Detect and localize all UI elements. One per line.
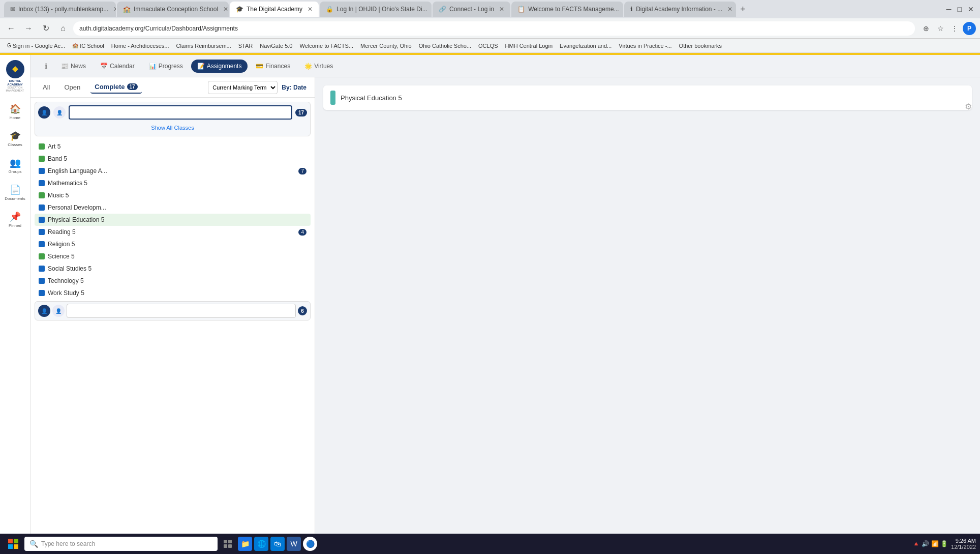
sidebar-item-groups[interactable]: 👥 Groups (2, 154, 28, 177)
class-item-math5[interactable]: Mathematics 5 (35, 177, 311, 189)
sidebar-item-pinned[interactable]: 📌 Pinned (2, 208, 28, 231)
tab-close[interactable]: ✕ (727, 6, 732, 13)
profile-avatar[interactable]: P (963, 22, 976, 35)
back-button[interactable]: ← (4, 21, 18, 36)
tab-finances[interactable]: 💳 Finances (250, 60, 296, 73)
tab-label: Immaculate Conception School (134, 6, 218, 13)
filter-open[interactable]: Open (60, 81, 84, 93)
app-logo[interactable]: DIGITAL ACADEMY EDUCATION MANAGEMENT (3, 60, 28, 92)
taskbar-chrome-icon[interactable]: 🔵 (303, 537, 317, 551)
class-item-reading5[interactable]: Reading 5 4 (35, 226, 311, 238)
right-settings-icon[interactable]: ⚙ (965, 102, 972, 111)
class-item-ela5[interactable]: English Language A... 7 (35, 165, 311, 177)
bookmark-oclqs[interactable]: OCLQS (475, 42, 501, 50)
bookmark-other[interactable]: Other bookmarks (676, 42, 725, 50)
bottom-class-input[interactable] (67, 304, 296, 318)
class-color-indicator (39, 266, 45, 272)
task-view-icon[interactable] (220, 536, 236, 552)
by-date-button[interactable]: By: Date (282, 84, 307, 91)
tab-news[interactable]: 📰 News (55, 60, 92, 73)
tab-close[interactable]: ✕ (223, 6, 228, 13)
taskbar-edge-icon[interactable]: 🌐 (254, 537, 268, 551)
bookmark-ic-school[interactable]: 🏫 IC School (69, 42, 107, 50)
bookmark-google[interactable]: G Sign in - Google Ac... (4, 42, 68, 50)
close-button[interactable]: ✕ (966, 5, 976, 13)
tab-close[interactable]: ✕ (308, 6, 313, 13)
taskbar-clock[interactable]: 9:26 AM 12/1/2022 (951, 538, 976, 550)
bookmark-facts[interactable]: Welcome to FACTS... (296, 42, 356, 50)
tab-facts[interactable]: 📋 Welcome to FACTS Manageme... ✕ (511, 2, 623, 17)
start-button[interactable] (4, 536, 22, 551)
bookmark-mercer[interactable]: Mercer County, Ohio (357, 42, 415, 50)
home-button[interactable]: ⌂ (56, 21, 70, 36)
class-color-indicator (39, 290, 45, 296)
class-item-tech5[interactable]: Technology 5 (35, 275, 311, 287)
bookmark-ohio-catholic[interactable]: Ohio Catholic Scho... (416, 42, 474, 50)
class-item-religion5[interactable]: Religion 5 (35, 238, 311, 250)
tab-label: Connect - Log in (449, 6, 494, 13)
class-item-workstudy5[interactable]: Work Study 5 (35, 287, 311, 299)
documents-icon: 📄 (10, 184, 21, 195)
assignment-item[interactable]: Physical Education 5 (323, 85, 972, 110)
class-color-indicator (39, 156, 45, 162)
tab-digital-academy[interactable]: 🎓 The Digital Academy ✕ (230, 2, 319, 17)
taskbar-explorer-icon[interactable]: 📁 (238, 537, 252, 551)
extensions-icon[interactable]: ⊕ (920, 22, 932, 35)
top-class-selector: 👤 👤 17 Show All Classes (35, 102, 311, 136)
tab-favicon: 🎓 (236, 6, 243, 13)
class-item-band5[interactable]: Band 5 (35, 153, 311, 165)
forward-button[interactable]: → (21, 21, 36, 36)
maximize-button[interactable]: □ (956, 5, 964, 13)
sidebar-item-home[interactable]: 🏠 Home (2, 100, 28, 123)
filter-all[interactable]: All (39, 81, 54, 93)
bookmark-star[interactable]: STAR (235, 42, 256, 50)
class-item-personal5[interactable]: Personal Developm... (35, 201, 311, 214)
class-item-pe5[interactable]: Physical Education 5 (35, 214, 311, 226)
tab-ohjid[interactable]: 🔒 Log In | OHJID | Ohio's State Di... ✕ (320, 2, 432, 17)
reload-button[interactable]: ↻ (39, 21, 53, 36)
tab-close[interactable]: ✕ (113, 6, 116, 13)
bookmark-navigate[interactable]: NaviGate 5.0 (257, 42, 295, 50)
class-item-science5[interactable]: Science 5 (35, 250, 311, 263)
tab-virtues[interactable]: 🌟 Virtues (298, 60, 339, 73)
nav-info-icon[interactable]: ℹ (39, 59, 53, 73)
tab-gmail[interactable]: ✉ Inbox (133) - polly.muhlenkamp... ✕ (4, 2, 116, 17)
taskbar-store-icon[interactable]: 🛍 (270, 537, 285, 551)
logo-icon (10, 64, 21, 75)
class-item-art5[interactable]: Art 5 (35, 140, 311, 153)
sidebar-item-classes[interactable]: 🎓 Classes (2, 127, 28, 150)
bookmark-hmh[interactable]: HMH Central Login (502, 42, 556, 50)
bookmark-archdiocese[interactable]: Home - Archdioceses... (108, 42, 172, 50)
tab-calendar[interactable]: 📅 Calendar (94, 60, 141, 73)
class-name-label: English Language A... (48, 167, 107, 174)
settings-icon[interactable]: ⋮ (948, 22, 961, 35)
class-item-music5[interactable]: Music 5 (35, 189, 311, 201)
taskbar-search-box[interactable]: 🔍 Type here to search (24, 537, 218, 551)
show-all-classes-link[interactable]: Show All Classes (38, 123, 307, 133)
class-name-input[interactable] (69, 105, 292, 120)
bookmark-icon[interactable]: ☆ (934, 22, 946, 35)
tab-school[interactable]: 🏫 Immaculate Conception School ✕ (117, 2, 229, 17)
new-tab-button[interactable]: + (737, 4, 749, 15)
minimize-button[interactable]: ─ (944, 5, 954, 13)
tab-progress[interactable]: 📊 Progress (143, 60, 189, 73)
sidebar-item-documents[interactable]: 📄 Documents (2, 181, 28, 204)
bookmark-evangelization[interactable]: Evangelization and... (557, 42, 615, 50)
bookmark-label: Ohio Catholic Scho... (419, 43, 471, 49)
tab-label: Calendar (110, 63, 135, 70)
address-input[interactable] (73, 21, 915, 36)
toolbar-icons: ⊕ ☆ ⋮ P (920, 22, 976, 35)
class-badge: 4 (298, 229, 307, 236)
tab-connect[interactable]: 🔗 Connect - Log in ✕ (433, 2, 510, 17)
filter-complete[interactable]: Complete 17 (90, 81, 141, 94)
tab-da-info[interactable]: ℹ Digital Academy Information - ... ✕ (624, 2, 736, 17)
marking-term-select[interactable]: Current Marking Term (208, 81, 278, 94)
taskbar-word-icon[interactable]: W (287, 537, 301, 551)
class-item-social5[interactable]: Social Studies 5 (35, 263, 311, 275)
tab-assignments[interactable]: 📝 Assignments (191, 60, 248, 73)
tab-close[interactable]: ✕ (499, 6, 504, 13)
bookmark-virtues[interactable]: Virtues in Practice -... (616, 42, 675, 50)
bookmark-claims[interactable]: Claims Reimbursem... (173, 42, 234, 50)
windows-logo-icon (8, 539, 18, 549)
windows-taskbar: 🔍 Type here to search 📁 🌐 🛍 W 🔵 🔺 🔊 📶 🔋 … (0, 534, 980, 554)
